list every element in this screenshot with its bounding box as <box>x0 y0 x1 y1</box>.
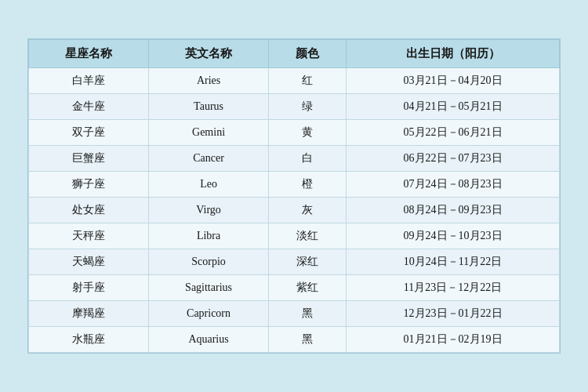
cell-chinese-name: 射手座 <box>29 275 149 301</box>
cell-english-name: Capricorn <box>149 301 269 327</box>
table-row: 天蝎座Scorpio深红10月24日－11月22日 <box>29 249 560 275</box>
cell-chinese-name: 处女座 <box>29 198 149 223</box>
header-english-name: 英文名称 <box>149 40 269 68</box>
cell-color: 白 <box>269 146 347 172</box>
cell-chinese-name: 白羊座 <box>29 68 149 94</box>
table-row: 巨蟹座Cancer白06月22日－07月23日 <box>29 146 560 172</box>
table-row: 狮子座Leo橙07月24日－08月23日 <box>29 172 560 198</box>
cell-chinese-name: 巨蟹座 <box>29 146 149 172</box>
cell-chinese-name: 双子座 <box>29 120 149 146</box>
header-date: 出生日期（阳历） <box>347 40 560 68</box>
cell-date: 05月22日－06月21日 <box>347 120 560 146</box>
cell-date: 09月24日－10月23日 <box>347 223 560 249</box>
table-row: 射手座Sagittarius紫红11月23日－12月22日 <box>29 275 560 301</box>
cell-color: 深红 <box>269 249 347 275</box>
table-row: 双子座Gemini黄05月22日－06月21日 <box>29 120 560 146</box>
table-row: 水瓶座Aquarius黑01月21日－02月19日 <box>29 327 560 353</box>
cell-date: 10月24日－11月22日 <box>347 249 560 275</box>
cell-color: 红 <box>269 68 347 94</box>
cell-chinese-name: 摩羯座 <box>29 301 149 327</box>
cell-english-name: Scorpio <box>149 249 269 275</box>
cell-english-name: Aquarius <box>149 327 269 353</box>
cell-english-name: Gemini <box>149 120 269 146</box>
cell-date: 04月21日－05月21日 <box>347 94 560 120</box>
header-chinese-name: 星座名称 <box>29 40 149 68</box>
cell-english-name: Virgo <box>149 198 269 223</box>
cell-chinese-name: 金牛座 <box>29 94 149 120</box>
cell-date: 01月21日－02月19日 <box>347 327 560 353</box>
cell-date: 11月23日－12月22日 <box>347 275 560 301</box>
cell-chinese-name: 狮子座 <box>29 172 149 198</box>
table-header-row: 星座名称 英文名称 颜色 出生日期（阳历） <box>29 40 560 68</box>
cell-color: 橙 <box>269 172 347 198</box>
header-color: 颜色 <box>269 40 347 68</box>
cell-color: 黑 <box>269 301 347 327</box>
cell-color: 淡红 <box>269 223 347 249</box>
cell-english-name: Libra <box>149 223 269 249</box>
cell-color: 灰 <box>269 198 347 223</box>
cell-color: 黄 <box>269 120 347 146</box>
cell-chinese-name: 天蝎座 <box>29 249 149 275</box>
table-row: 处女座Virgo灰08月24日－09月23日 <box>29 198 560 223</box>
table-row: 摩羯座Capricorn黑12月23日－01月22日 <box>29 301 560 327</box>
cell-date: 03月21日－04月20日 <box>347 68 560 94</box>
cell-english-name: Sagittarius <box>149 275 269 301</box>
table-row: 天秤座Libra淡红09月24日－10月23日 <box>29 223 560 249</box>
table-body: 白羊座Aries红03月21日－04月20日金牛座Taurus绿04月21日－0… <box>29 68 560 353</box>
table-row: 金牛座Taurus绿04月21日－05月21日 <box>29 94 560 120</box>
cell-date: 12月23日－01月22日 <box>347 301 560 327</box>
cell-date: 08月24日－09月23日 <box>347 198 560 223</box>
cell-chinese-name: 水瓶座 <box>29 327 149 353</box>
cell-english-name: Cancer <box>149 146 269 172</box>
zodiac-table-container: 星座名称 英文名称 颜色 出生日期（阳历） 白羊座Aries红03月21日－04… <box>27 38 561 354</box>
cell-chinese-name: 天秤座 <box>29 223 149 249</box>
cell-english-name: Aries <box>149 68 269 94</box>
table-row: 白羊座Aries红03月21日－04月20日 <box>29 68 560 94</box>
cell-color: 紫红 <box>269 275 347 301</box>
zodiac-table: 星座名称 英文名称 颜色 出生日期（阳历） 白羊座Aries红03月21日－04… <box>28 39 560 353</box>
cell-english-name: Taurus <box>149 94 269 120</box>
cell-color: 绿 <box>269 94 347 120</box>
cell-date: 06月22日－07月23日 <box>347 146 560 172</box>
cell-date: 07月24日－08月23日 <box>347 172 560 198</box>
cell-english-name: Leo <box>149 172 269 198</box>
cell-color: 黑 <box>269 327 347 353</box>
